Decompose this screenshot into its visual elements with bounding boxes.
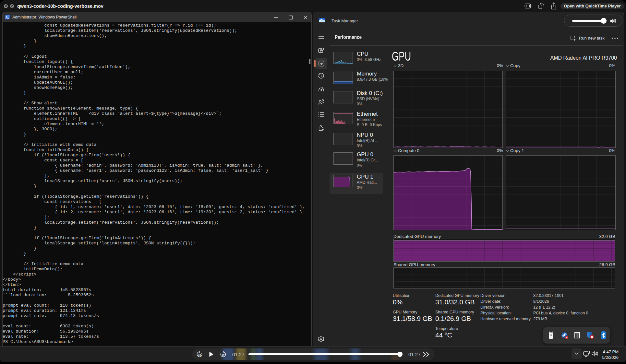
svg-text:15: 15: [222, 353, 225, 356]
svg-text:15: 15: [198, 353, 201, 356]
